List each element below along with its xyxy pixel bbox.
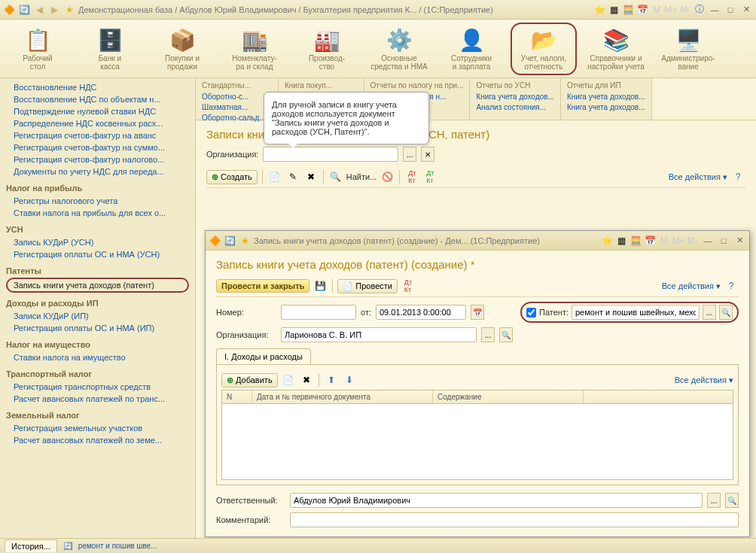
modal-mm[interactable]: M- — [687, 235, 699, 247]
sidebar-item[interactable]: Расчет авансовых платежей по транс... — [6, 393, 189, 405]
down-icon[interactable]: ⬇ — [342, 372, 357, 387]
toolbtn-Производ-[interactable]: 🏭Производ-ство — [294, 26, 360, 72]
sidebar-item[interactable]: Регистрация счетов-фактур на аванс — [6, 129, 189, 141]
cal-icon[interactable]: 📅 — [636, 4, 648, 16]
org-clear-btn[interactable]: ✕ — [421, 147, 434, 162]
panel-link[interactable]: Анализ состояния... — [476, 102, 554, 113]
modal-m[interactable]: M — [658, 235, 670, 247]
toolbtn-Учет, налоги,[interactable]: 📂Учет, налоги,отчетность — [511, 23, 577, 75]
table-col-header[interactable]: Дата и № первичного документа — [252, 390, 433, 403]
sidebar-item[interactable]: Записи КУДиР (ИП) — [6, 310, 189, 322]
table-col-header[interactable]: Содержание — [433, 390, 584, 403]
mminus-icon[interactable]: M- — [679, 4, 691, 16]
del-row-icon[interactable]: ✖ — [299, 372, 314, 387]
sidebar-item[interactable]: Регистрация транспортных средств — [6, 381, 189, 393]
up-icon[interactable]: ⬆ — [324, 372, 339, 387]
tab-income[interactable]: I. Доходы и расходы — [216, 348, 311, 364]
sidebar-item[interactable]: Регистрация земельных участков — [6, 422, 189, 434]
fwd-icon[interactable]: ▶ — [48, 4, 60, 16]
max-btn[interactable]: □ — [724, 4, 737, 16]
sidebar-item[interactable]: Ставки налога на имущество — [6, 351, 189, 363]
panel-link[interactable]: Книга учета доходов... — [567, 92, 645, 102]
edit-icon[interactable]: 📄 — [267, 169, 282, 184]
sidebar-item[interactable]: Регистрация оплаты ОС и НМА (УСН) — [6, 248, 189, 260]
panel-link[interactable]: Книга учета доходов... — [567, 102, 645, 113]
org-input[interactable] — [263, 147, 398, 162]
sidebar-item[interactable]: Запись КУДиР (УСН) — [6, 236, 189, 248]
sidebar-item[interactable]: Восстановление НДС — [6, 81, 189, 93]
panel-link[interactable]: Оборотно-сальд... — [202, 113, 272, 123]
sidebar-item[interactable]: Регистрация счетов-фактур на суммо... — [6, 141, 189, 153]
save-icon[interactable]: 💾 — [312, 278, 328, 293]
resp-input[interactable] — [290, 493, 703, 508]
delete-icon[interactable]: ✖ — [303, 169, 319, 184]
sidebar-item[interactable]: Подтверждение нулевой ставки НДС — [6, 105, 189, 117]
modal-grid-icon[interactable]: ▦ — [615, 235, 627, 247]
info-icon[interactable]: ⓘ — [694, 4, 706, 16]
toolbtn-Основные[interactable]: ⚙️Основныесредства и НМА — [366, 26, 432, 72]
status-link[interactable]: ремонт и пошив шве... — [78, 542, 157, 550]
modal-org-input[interactable] — [281, 327, 477, 342]
patent-open-btn[interactable]: 🔍 — [719, 305, 733, 320]
sidebar-item[interactable]: Распределение НДС косвенных расх... — [6, 117, 189, 129]
sidebar-item[interactable]: Регистрация оплаты ОС и НМА (ИП) — [6, 322, 189, 334]
add-row-btn[interactable]: ⊕Добавить — [221, 373, 278, 387]
sidebar-item[interactable]: Расчет авансовых платежей по земе... — [6, 434, 189, 446]
resp-select[interactable]: ... — [707, 493, 721, 508]
modal-mp[interactable]: M+ — [672, 235, 684, 247]
date-picker-btn[interactable]: 📅 — [471, 305, 484, 320]
sidebar-item[interactable]: Регистры налогового учета — [6, 195, 189, 207]
tbl-allactions[interactable]: Все действия ▾ — [675, 375, 733, 385]
modal-org-open[interactable]: 🔍 — [499, 327, 513, 342]
all-actions-link[interactable]: Все действия ▾ — [669, 172, 727, 182]
date-input[interactable] — [376, 305, 466, 320]
number-input[interactable] — [281, 305, 356, 320]
panel-link[interactable]: Книга учета доходов... — [476, 92, 554, 102]
copy-row-icon[interactable]: 📄 — [281, 372, 296, 387]
panel-link[interactable]: Шахматная... — [202, 102, 272, 113]
find-link[interactable]: Найти... — [346, 172, 377, 181]
close-btn[interactable]: ✕ — [739, 4, 753, 16]
table-area[interactable]: NДата и № первичного документаСодержание — [221, 390, 733, 480]
modal-fav-icon[interactable]: ⭐ — [601, 235, 613, 247]
min-btn[interactable]: — — [708, 4, 721, 16]
toolbtn-Справочники и[interactable]: 📚Справочники инастройки учета — [583, 26, 649, 72]
modal-max[interactable]: □ — [717, 235, 730, 247]
modal-help-icon[interactable]: ? — [724, 278, 739, 293]
dtkt-icon[interactable]: ДтКт — [404, 169, 419, 184]
patent-input[interactable] — [572, 305, 700, 320]
toolbtn-Администриро-[interactable]: 🖥️Администриро-вание — [655, 26, 721, 72]
m-icon[interactable]: M — [651, 4, 663, 16]
toolbtn-Покупки и[interactable]: 📦Покупки ипродажи — [149, 26, 215, 72]
refresh-icon[interactable]: 🔄 — [18, 4, 30, 16]
sidebar-item[interactable]: Восстановление НДС по объектам н... — [6, 93, 189, 105]
table-col-header[interactable]: N — [222, 390, 252, 403]
fav-icon[interactable]: ⭐ — [593, 4, 605, 16]
sidebar-item[interactable]: Документы по учету НДС для переда... — [6, 166, 189, 178]
org-select-btn[interactable]: ... — [403, 147, 416, 162]
modal-refresh-icon[interactable]: 🔄 — [224, 235, 236, 247]
modal-cal-icon[interactable]: 📅 — [644, 235, 656, 247]
comment-input[interactable] — [290, 512, 739, 527]
modal-dtkt-icon[interactable]: ДтКт — [401, 278, 416, 293]
resp-open[interactable]: 🔍 — [725, 493, 739, 508]
history-tab[interactable]: История... — [5, 539, 57, 552]
sidebar-item[interactable]: Ставки налога на прибыль для всех о... — [6, 207, 189, 219]
modal-close[interactable]: ✕ — [733, 235, 746, 247]
pencil-icon[interactable]: ✎ — [285, 169, 300, 184]
toolbtn-Сотрудники[interactable]: 👤Сотрудникии зарплата — [438, 26, 505, 72]
clear-search-icon[interactable]: 🚫 — [380, 169, 395, 184]
grid-icon[interactable]: ▦ — [608, 4, 620, 16]
provesti-btn[interactable]: 📄Провести — [337, 279, 398, 293]
search-icon[interactable]: 🔍 — [328, 169, 343, 184]
modal-min[interactable]: — — [701, 235, 715, 247]
create-btn[interactable]: ⊕Создать — [206, 170, 258, 184]
toolbtn-Номенклату-[interactable]: 🏬Номенклату-ра и склад — [221, 26, 288, 72]
modal-allactions[interactable]: Все действия ▾ — [662, 281, 721, 291]
patent-select-btn[interactable]: ... — [703, 305, 716, 320]
submit-btn[interactable]: Провести и закрыть — [216, 279, 309, 293]
sidebar-item[interactable]: Запись книги учета доходов (патент) — [6, 278, 189, 293]
modal-org-select[interactable]: ... — [481, 327, 495, 342]
calc-icon[interactable]: 🧮 — [622, 4, 634, 16]
modal-star-icon[interactable]: ★ — [239, 235, 251, 247]
